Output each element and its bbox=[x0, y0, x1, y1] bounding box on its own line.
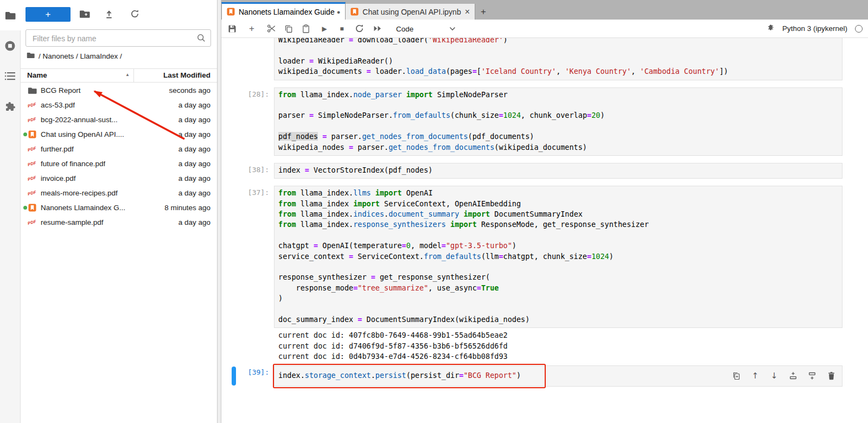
list-item[interactable]: Nanonets Llamaindex G...8 minutes ago bbox=[21, 200, 217, 215]
insert-cell-below-button[interactable] bbox=[808, 371, 816, 380]
run-icon: ▶ bbox=[322, 25, 327, 33]
list-item[interactable]: PDFinvoice.pdfa day ago bbox=[21, 171, 217, 186]
list-item[interactable]: PDFresume-sample.pdfa day ago bbox=[21, 215, 217, 230]
paste-cells-button[interactable] bbox=[299, 20, 312, 37]
cell-editor[interactable]: index = VectorStoreIndex(pdf_nodes) bbox=[274, 163, 843, 179]
tab-label: Chat using OpenAI API.ipynb bbox=[362, 8, 461, 16]
file-name: invoice.pdf bbox=[41, 174, 76, 182]
stop-icon: ■ bbox=[340, 25, 343, 33]
sidebar-item-extensions[interactable] bbox=[0, 91, 20, 122]
cell-prompt: [39]: bbox=[221, 365, 274, 387]
close-tab-icon[interactable]: × bbox=[465, 8, 470, 16]
interrupt-kernel-button[interactable]: ■ bbox=[335, 20, 348, 37]
save-button[interactable] bbox=[226, 20, 239, 37]
kernel-area: Python 3 (ipykernel) bbox=[767, 20, 863, 37]
file-name: BCG Report bbox=[41, 86, 81, 94]
kernel-name[interactable]: Python 3 (ipykernel) bbox=[782, 24, 847, 33]
notebook-icon bbox=[227, 8, 235, 16]
cell-prompt: [28]: bbox=[221, 87, 274, 156]
cut-cells-button[interactable] bbox=[265, 20, 278, 37]
file-name: future of finance.pdf bbox=[41, 160, 105, 168]
file-browser-panel: + / Nanonets / LlamaIndex / Name ▲ Last … bbox=[21, 0, 217, 423]
move-cell-down-button[interactable]: ↓ bbox=[770, 371, 778, 380]
file-browser-toolbar: + bbox=[21, 0, 217, 27]
notebook-icon bbox=[27, 130, 37, 138]
home-folder-icon[interactable] bbox=[27, 52, 35, 60]
puzzle-icon bbox=[5, 101, 16, 112]
pdf-icon: PDF bbox=[27, 190, 37, 197]
column-header-last-modified[interactable]: Last Modified bbox=[163, 71, 210, 79]
file-name: acs-53.pdf bbox=[41, 101, 75, 109]
bug-icon[interactable] bbox=[767, 24, 775, 34]
sidebar-item-table-of-contents[interactable] bbox=[0, 61, 20, 91]
sidebar-item-running-sessions[interactable] bbox=[0, 30, 20, 61]
cell-editor[interactable]: from llama_index.llms import OpenAIfrom … bbox=[274, 186, 843, 328]
cell-editor[interactable]: from llama_index.node_parser import Simp… bbox=[274, 87, 843, 156]
breadcrumb-path[interactable]: / Nanonets / LlamaIndex / bbox=[39, 52, 122, 60]
pdf-icon: PDF bbox=[27, 116, 37, 123]
upload-button[interactable] bbox=[103, 9, 115, 21]
cell-actions-toolbar: ↑↓ bbox=[732, 371, 835, 380]
tab-chat-using-openai-api[interactable]: Chat using OpenAI API.ipynb × bbox=[346, 4, 475, 20]
pdf-icon: PDF bbox=[27, 146, 37, 153]
notebook-cell[interactable]: [37]:from llama_index.llms import OpenAI… bbox=[221, 186, 868, 328]
list-item[interactable]: PDFbcg-2022-annual-sust...a day ago bbox=[21, 112, 217, 127]
new-folder-button[interactable] bbox=[79, 9, 91, 21]
restart-kernel-button[interactable] bbox=[353, 20, 366, 37]
file-modified: a day ago bbox=[178, 116, 210, 124]
insert-cell-above-button[interactable] bbox=[789, 371, 797, 380]
pdf-icon: PDF bbox=[27, 219, 37, 226]
plus-icon: + bbox=[46, 10, 51, 19]
folder-icon bbox=[5, 11, 16, 20]
run-cell-button[interactable]: ▶ bbox=[318, 20, 331, 37]
new-launcher-button[interactable]: + bbox=[25, 7, 71, 22]
breadcrumb[interactable]: / Nanonets / LlamaIndex / bbox=[27, 52, 122, 60]
sidebar-resize-handle[interactable] bbox=[217, 0, 221, 423]
list-item[interactable]: Chat using OpenAI API....a day ago bbox=[21, 127, 217, 142]
file-list-header: Name ▲ Last Modified bbox=[21, 68, 217, 83]
tab-bar: Nanonets Llamaindex Guide ● Chat using O… bbox=[221, 0, 868, 20]
notebook-icon bbox=[27, 204, 37, 212]
active-cell-indicator[interactable] bbox=[232, 367, 236, 386]
list-item[interactable]: BCG Reportseconds ago bbox=[21, 83, 217, 98]
notebook-cell[interactable]: WikipediaReader = download_loader('Wikip… bbox=[221, 38, 868, 80]
sort-ascending-icon[interactable]: ▲ bbox=[125, 72, 130, 77]
notebook-icon bbox=[350, 8, 359, 16]
new-tab-button[interactable]: + bbox=[475, 4, 492, 20]
unsaved-changes-dot: ● bbox=[337, 9, 341, 15]
insert-cell-button[interactable]: + bbox=[245, 20, 258, 37]
sidebar-item-file-browser[interactable] bbox=[0, 0, 21, 30]
cell-prompt: [38]: bbox=[221, 163, 274, 179]
cell-type-value: Code bbox=[396, 25, 413, 33]
file-filter bbox=[25, 29, 211, 47]
move-cell-up-button[interactable]: ↑ bbox=[751, 371, 760, 380]
upload-icon bbox=[104, 9, 114, 21]
duplicate-cell-button[interactable] bbox=[732, 371, 741, 380]
file-name: bcg-2022-annual-sust... bbox=[41, 116, 118, 124]
column-divider bbox=[133, 69, 134, 82]
cell-type-dropdown[interactable]: Code bbox=[396, 23, 456, 34]
cell-editor[interactable]: WikipediaReader = download_loader('Wikip… bbox=[274, 38, 843, 80]
filter-files-input[interactable] bbox=[31, 30, 194, 47]
list-item[interactable]: PDFfuture of finance.pdfa day ago bbox=[21, 156, 217, 171]
list-item[interactable]: PDFacs-53.pdfa day ago bbox=[21, 98, 217, 112]
cell-editor[interactable]: index.storage_context.persist(persist_di… bbox=[274, 365, 843, 387]
cell-prompt bbox=[221, 38, 274, 80]
file-name: meals-more-recipes.pdf bbox=[41, 189, 118, 197]
notebook-scroll-area[interactable]: WikipediaReader = download_loader('Wikip… bbox=[221, 38, 868, 423]
notebook-cell[interactable]: [39]:index.storage_context.persist(persi… bbox=[221, 365, 868, 387]
copy-cells-button[interactable] bbox=[282, 20, 295, 37]
column-header-name[interactable]: Name bbox=[27, 71, 47, 79]
refresh-button[interactable] bbox=[129, 9, 141, 21]
notebook-cell[interactable]: [38]:index = VectorStoreIndex(pdf_nodes) bbox=[221, 163, 868, 179]
kernel-status-icon[interactable] bbox=[855, 25, 863, 33]
delete-cell-button[interactable] bbox=[827, 371, 835, 380]
tab-nanonets-llamaindex-guide[interactable]: Nanonets Llamaindex Guide ● bbox=[221, 2, 346, 20]
plus-icon: + bbox=[249, 23, 254, 34]
list-item[interactable]: PDFmeals-more-recipes.pdfa day ago bbox=[21, 186, 217, 200]
notebook-cell[interactable]: [28]:from llama_index.node_parser import… bbox=[221, 87, 868, 156]
file-name: resume-sample.pdf bbox=[41, 218, 104, 226]
list-item[interactable]: PDFfurther.pdfa day ago bbox=[21, 142, 217, 156]
restart-and-run-all-button[interactable] bbox=[371, 20, 384, 37]
file-name: Nanonets Llamaindex G... bbox=[41, 204, 125, 212]
